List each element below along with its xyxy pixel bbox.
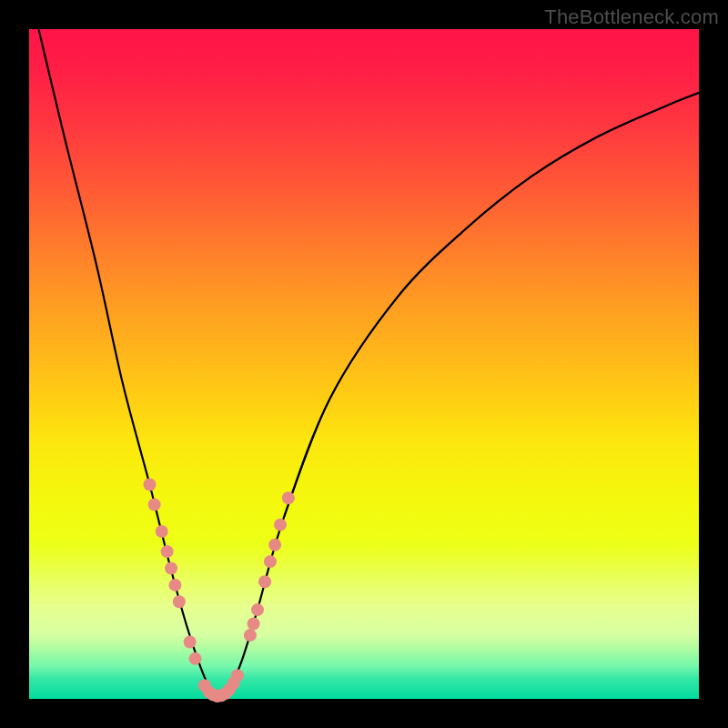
- data-marker: [165, 561, 177, 574]
- data-marker: [251, 603, 264, 616]
- data-marker: [244, 629, 257, 642]
- data-marker: [258, 575, 271, 588]
- data-marker: [231, 669, 244, 682]
- bottleneck-curve: [29, 0, 699, 696]
- data-marker: [268, 539, 281, 551]
- data-marker: [264, 555, 277, 568]
- data-marker: [282, 491, 295, 504]
- data-marker: [148, 499, 161, 511]
- data-marker: [143, 478, 156, 490]
- bottleneck-curve-right: [284, 93, 699, 518]
- attribution-text: TheBottleneck.com: [544, 5, 719, 29]
- data-marker: [173, 595, 186, 608]
- data-marker: [168, 579, 181, 592]
- data-marker: [156, 525, 168, 538]
- data-marker: [184, 635, 197, 648]
- chart-overlay: [29, 29, 699, 699]
- data-marker: [161, 545, 174, 558]
- data-marker: [189, 652, 202, 665]
- chart-frame: TheBottleneck.com: [0, 0, 728, 728]
- data-marker: [274, 519, 287, 531]
- data-markers: [143, 478, 294, 703]
- data-marker: [248, 618, 260, 631]
- plot-area: [29, 29, 699, 699]
